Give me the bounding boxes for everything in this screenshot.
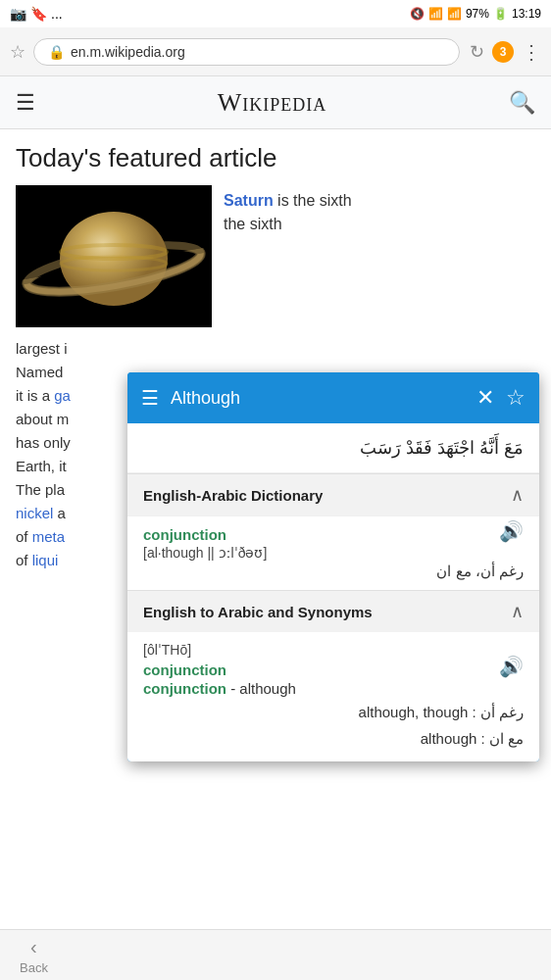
wikipedia-header: ☰ Wikipedia 🔍 [0,76,551,129]
dict-search-input[interactable] [171,388,465,409]
dict-word-type2-inline: conjunction [143,680,226,697]
back-button[interactable]: ‹ Back [20,936,48,975]
featured-section: Today's featured article [0,129,551,173]
dict-translation1: رغم أن، مع ان [143,563,524,580]
chevron-up-icon2: ∧ [511,601,524,622]
signal-icon: 📶 [447,7,462,21]
dict-section2-entry: [ôlˈTHō] conjunction 🔊 conjunction - alt… [127,632,539,761]
wiki-search-icon[interactable]: 🔍 [509,90,535,116]
battery-text: 97% [466,7,489,21]
dict-section2-title: English to Arabic and Synonyms [143,604,373,620]
article-text-right: Saturn is the sixth the sixth [224,185,535,327]
dict-trans2-line1: رغم أن : although, though [143,699,524,725]
dict-sound-icon1[interactable]: 🔊 [499,519,524,543]
arabic-result-text: مَعَ أَنَّهُ اجْتَهَدَ فَقَدْ رَسَبَ [127,423,539,473]
refresh-icon[interactable]: ↻ [470,41,484,63]
dict-sound-icon2[interactable]: 🔊 [499,655,524,678]
time-display: 13:19 [512,7,541,21]
featured-title: Today's featured article [16,143,535,173]
dict-def2: conjunction - although [143,680,524,697]
status-right-icons: 🔇 📶 📶 97% 🔋 13:19 [410,7,541,21]
bottom-nav: ‹ Back [0,929,551,980]
dict-trans2-line2: مع ان : although [143,725,524,752]
back-arrow-icon: ‹ [30,936,37,958]
wiki-menu-icon[interactable]: ☰ [16,90,35,116]
dict-section1-entry: conjunction 🔊 [al·though || ɔːlˈðəʊ] رغم… [127,515,539,590]
article-sixth-text: the sixth [224,216,282,232]
lock-icon: 🔒 [48,44,65,60]
status-left-icons: 📷 🔖 ... [10,6,63,22]
battery-icon: 🔋 [493,7,508,21]
tab-count-badge[interactable]: 3 [492,41,514,63]
wiki-title: Wikipedia [218,88,327,118]
dict-section2-header[interactable]: English to Arabic and Synonyms ∧ [127,590,539,632]
dict-section1-title: English-Arabic Dictionary [143,487,323,504]
wifi-icon: 📶 [428,7,443,21]
below-line-1: largest i [16,337,535,361]
favorite-icon[interactable]: ☆ [10,41,25,63]
back-label: Back [20,960,48,975]
dict-phonetic2: [ôlˈTHō] [143,642,524,658]
dict-menu-icon[interactable]: ☰ [141,386,159,410]
article-content: Saturn is the sixth the sixth [0,185,551,327]
dict-def2-text: - although [230,680,296,697]
saturn-image [16,185,212,327]
saturn-svg [16,185,212,327]
chevron-up-icon: ∧ [511,484,524,506]
nickel-link[interactable]: nickel [16,505,53,521]
article-snippet-right: is the sixth [274,192,352,209]
browser-menu-icon[interactable]: ⋮ [522,40,541,64]
url-bar[interactable]: 🔒 en.m.wikipedia.org [33,38,460,66]
dict-word-type2: conjunction [143,662,524,678]
browser-bar: ☆ 🔒 en.m.wikipedia.org ↻ 3 ⋮ [0,27,551,76]
dict-word-type1: conjunction [143,526,524,543]
camera-icon: 📷 [10,6,26,22]
more-icon: ... [51,6,63,22]
status-bar: 📷 🔖 ... 🔇 📶 📶 97% 🔋 13:19 [0,0,551,27]
saturn-link[interactable]: Saturn [224,192,274,209]
ga-link[interactable]: ga [54,387,71,404]
url-text: en.m.wikipedia.org [71,44,185,60]
dict-header: ☰ ✕ ☆ [127,372,539,423]
meta-link[interactable]: meta [32,528,65,545]
dict-section1-header[interactable]: English-Arabic Dictionary ∧ [127,473,539,515]
bookmark-icon: 🔖 [30,6,47,22]
liqui-link[interactable]: liqui [32,552,59,568]
dict-pronunciation1: [al·though || ɔːlˈðəʊ] [143,545,524,561]
dict-star-icon[interactable]: ☆ [506,385,526,411]
dictionary-popup: ☰ ✕ ☆ مَعَ أَنَّهُ اجْتَهَدَ فَقَدْ رَسَ… [127,372,539,761]
mute-icon: 🔇 [410,7,425,21]
dict-close-icon[interactable]: ✕ [476,385,494,411]
